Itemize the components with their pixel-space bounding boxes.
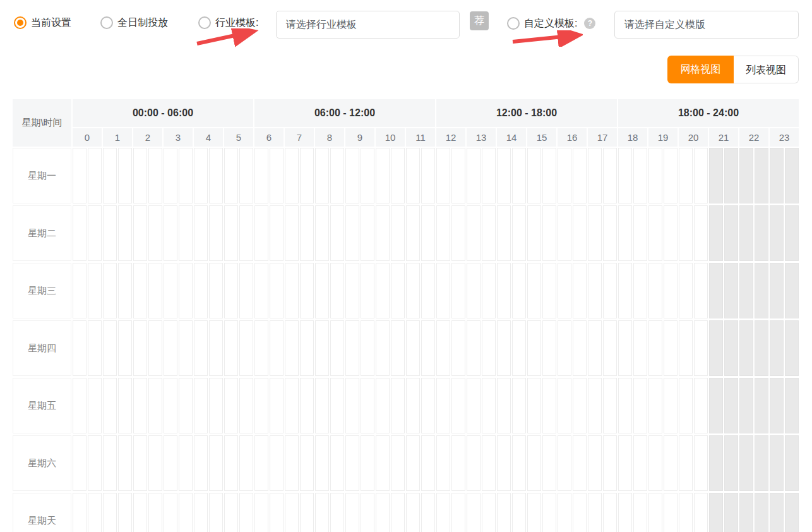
grid-view-button[interactable]: 网格视图 xyxy=(667,56,734,83)
time-slot-cell[interactable] xyxy=(103,435,117,491)
time-slot-cell[interactable] xyxy=(376,263,390,318)
time-slot-cell[interactable] xyxy=(770,205,784,261)
time-slot-cell[interactable] xyxy=(330,435,344,491)
time-slot-cell[interactable] xyxy=(467,378,481,433)
time-slot-cell[interactable] xyxy=(573,148,587,203)
time-slot-cell[interactable] xyxy=(270,435,284,491)
time-slot-cell[interactable] xyxy=(239,148,253,203)
time-slot-cell[interactable] xyxy=(345,493,359,532)
time-slot-cell[interactable] xyxy=(209,263,223,318)
time-slot-cell[interactable] xyxy=(406,205,420,261)
time-slot-cell[interactable] xyxy=(558,378,571,433)
time-slot-cell[interactable] xyxy=(88,205,102,261)
time-slot-cell[interactable] xyxy=(179,205,193,261)
time-slot-cell[interactable] xyxy=(755,205,768,261)
time-slot-cell[interactable] xyxy=(133,378,147,433)
time-slot-cell[interactable] xyxy=(270,493,284,532)
time-slot-cell[interactable] xyxy=(376,148,390,203)
time-slot-cell[interactable] xyxy=(482,435,496,491)
time-slot-cell[interactable] xyxy=(421,205,435,261)
time-slot-cell[interactable] xyxy=(618,320,632,376)
time-slot-cell[interactable] xyxy=(194,493,208,532)
time-slot-cell[interactable] xyxy=(391,435,405,491)
time-slot-cell[interactable] xyxy=(618,148,632,203)
time-slot-cell[interactable] xyxy=(73,378,87,433)
time-slot-cell[interactable] xyxy=(785,378,799,433)
time-slot-cell[interactable] xyxy=(770,435,784,491)
time-slot-cell[interactable] xyxy=(558,148,571,203)
time-slot-cell[interactable] xyxy=(194,205,208,261)
time-slot-cell[interactable] xyxy=(421,148,435,203)
time-slot-cell[interactable] xyxy=(118,435,132,491)
time-slot-cell[interactable] xyxy=(527,263,541,318)
time-slot-cell[interactable] xyxy=(315,205,329,261)
time-slot-cell[interactable] xyxy=(497,148,511,203)
time-slot-cell[interactable] xyxy=(436,263,450,318)
time-slot-cell[interactable] xyxy=(633,320,647,376)
radio-custom-template[interactable]: 自定义模板: ? xyxy=(507,17,595,30)
time-slot-cell[interactable] xyxy=(164,378,177,433)
time-slot-cell[interactable] xyxy=(406,378,420,433)
time-slot-cell[interactable] xyxy=(497,493,511,532)
time-slot-cell[interactable] xyxy=(73,148,87,203)
time-slot-cell[interactable] xyxy=(330,320,344,376)
time-slot-cell[interactable] xyxy=(103,493,117,532)
time-slot-cell[interactable] xyxy=(497,263,511,318)
radio-all-day-delivery[interactable]: 全日制投放 xyxy=(100,16,168,29)
time-slot-cell[interactable] xyxy=(694,263,708,318)
time-slot-cell[interactable] xyxy=(451,320,465,376)
time-slot-cell[interactable] xyxy=(512,263,526,318)
time-slot-cell[interactable] xyxy=(755,435,768,491)
time-slot-cell[interactable] xyxy=(558,263,571,318)
time-slot-cell[interactable] xyxy=(73,320,87,376)
time-slot-cell[interactable] xyxy=(406,263,420,318)
time-slot-cell[interactable] xyxy=(724,263,738,318)
time-slot-cell[interactable] xyxy=(254,263,268,318)
time-slot-cell[interactable] xyxy=(724,205,738,261)
time-slot-cell[interactable] xyxy=(739,148,753,203)
time-slot-cell[interactable] xyxy=(679,263,693,318)
time-slot-cell[interactable] xyxy=(588,435,602,491)
time-slot-cell[interactable] xyxy=(164,205,177,261)
time-slot-cell[interactable] xyxy=(694,320,708,376)
time-slot-cell[interactable] xyxy=(224,263,238,318)
time-slot-cell[interactable] xyxy=(194,320,208,376)
time-slot-cell[interactable] xyxy=(739,435,753,491)
time-slot-cell[interactable] xyxy=(770,378,784,433)
time-slot-cell[interactable] xyxy=(103,205,117,261)
time-slot-cell[interactable] xyxy=(497,205,511,261)
time-slot-cell[interactable] xyxy=(361,320,374,376)
time-slot-cell[interactable] xyxy=(618,263,632,318)
time-slot-cell[interactable] xyxy=(421,493,435,532)
time-slot-cell[interactable] xyxy=(270,205,284,261)
list-view-button[interactable]: 列表视图 xyxy=(734,56,799,83)
time-slot-cell[interactable] xyxy=(588,493,602,532)
time-slot-cell[interactable] xyxy=(770,263,784,318)
time-slot-cell[interactable] xyxy=(648,378,662,433)
time-slot-cell[interactable] xyxy=(542,320,556,376)
time-slot-cell[interactable] xyxy=(451,148,465,203)
time-slot-cell[interactable] xyxy=(785,320,799,376)
time-slot-cell[interactable] xyxy=(421,378,435,433)
time-slot-cell[interactable] xyxy=(755,148,768,203)
time-slot-cell[interactable] xyxy=(194,378,208,433)
time-slot-cell[interactable] xyxy=(254,493,268,532)
time-slot-cell[interactable] xyxy=(573,205,587,261)
time-slot-cell[interactable] xyxy=(603,320,617,376)
time-slot-cell[interactable] xyxy=(724,493,738,532)
time-slot-cell[interactable] xyxy=(467,320,481,376)
time-slot-cell[interactable] xyxy=(133,493,147,532)
time-slot-cell[interactable] xyxy=(224,205,238,261)
time-slot-cell[interactable] xyxy=(148,205,162,261)
time-slot-cell[interactable] xyxy=(300,263,314,318)
time-slot-cell[interactable] xyxy=(421,320,435,376)
time-slot-cell[interactable] xyxy=(648,493,662,532)
time-slot-cell[interactable] xyxy=(694,148,708,203)
time-slot-cell[interactable] xyxy=(300,378,314,433)
time-slot-cell[interactable] xyxy=(451,263,465,318)
time-slot-cell[interactable] xyxy=(755,493,768,532)
time-slot-cell[interactable] xyxy=(361,378,374,433)
time-slot-cell[interactable] xyxy=(785,435,799,491)
time-slot-cell[interactable] xyxy=(709,320,723,376)
time-slot-cell[interactable] xyxy=(118,205,132,261)
